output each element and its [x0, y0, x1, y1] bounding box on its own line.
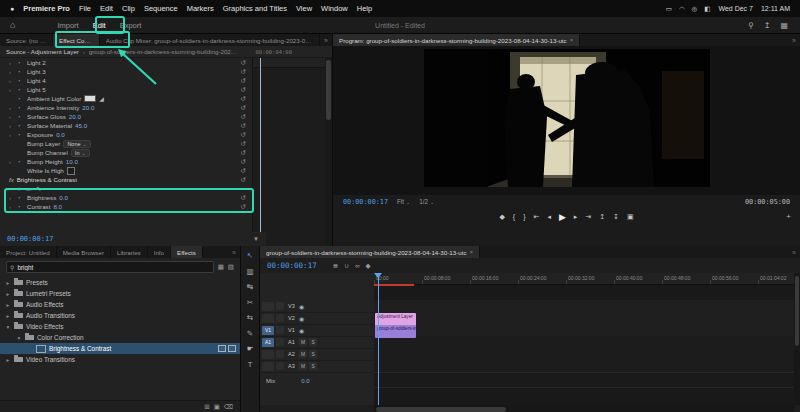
menu-file[interactable]: File — [79, 4, 91, 13]
param-value[interactable]: 20.0 — [69, 113, 81, 120]
track-lock-toggle[interactable] — [276, 338, 284, 346]
ec-row-light-5[interactable]: ›◔Light 5↺ — [0, 85, 252, 94]
eyedropper-icon[interactable]: ◢ — [99, 95, 104, 102]
ec-row-surface-material[interactable]: ›◔Surface Material45.0↺ — [0, 121, 252, 130]
tab-overflow-icon[interactable]: » — [788, 249, 800, 256]
tree-item-video-effects[interactable]: ▾Video Effects — [0, 321, 240, 332]
reset-parameter-icon[interactable]: ↺ — [241, 167, 246, 175]
accelerated-effects-filter-icon[interactable]: ▦ — [218, 263, 224, 271]
param-value[interactable]: 45.0 — [75, 122, 87, 129]
export-frame-icon[interactable]: ▣ — [627, 213, 634, 221]
param-value[interactable]: 10.0 — [66, 158, 78, 165]
stopwatch-icon[interactable]: ◔ — [17, 96, 24, 102]
source-patch-v2[interactable] — [262, 314, 274, 323]
new-preset-bin-icon[interactable]: ▣ — [214, 403, 220, 411]
mute-button[interactable]: M — [299, 362, 307, 370]
tab-info[interactable]: Info — [148, 246, 171, 258]
chevron-icon[interactable]: ▸ — [5, 280, 11, 286]
workspace-tab-import[interactable]: Import — [57, 21, 78, 30]
ec-row-surface-gloss[interactable]: ›◔Surface Gloss20.0↺ — [0, 112, 252, 121]
tab-group-of-soldiers-in-darkness-storming-b[interactable]: group-of-soldiers-in-darkness-storming-b… — [260, 246, 480, 258]
source-patch-a1[interactable]: A1 — [262, 338, 274, 347]
tree-item-lumetri-presets[interactable]: ▸Lumetri Presets — [0, 288, 240, 299]
track-lock-toggle[interactable] — [276, 326, 284, 334]
hand-tool[interactable]: ☛ — [247, 344, 254, 353]
razor-tool[interactable]: ✂ — [247, 298, 253, 307]
solo-button[interactable]: S — [309, 362, 317, 370]
lift-icon[interactable]: ↥ — [599, 213, 605, 221]
menu-edit[interactable]: Edit — [100, 4, 113, 13]
chevron-right-icon[interactable]: › — [9, 105, 14, 111]
param-value[interactable]: 20.0 — [82, 104, 94, 111]
ripple-edit-tool[interactable]: ↹ — [247, 282, 253, 291]
track-lock-toggle[interactable] — [276, 362, 284, 370]
param-value[interactable]: 8.0 — [53, 203, 62, 210]
track-lock-toggle[interactable] — [276, 314, 284, 322]
reset-parameter-icon[interactable]: ↺ — [241, 86, 246, 94]
chevron-icon[interactable]: ▸ — [5, 291, 11, 297]
tree-item-video-transitions[interactable]: ▸Video Transitions — [0, 354, 240, 365]
chevron-icon[interactable]: ▾ — [16, 335, 22, 341]
mark-out-icon[interactable]: } — [523, 213, 525, 220]
timeline-playhead[interactable] — [378, 273, 379, 405]
toggle-track-output-icon[interactable]: ◉ — [299, 315, 304, 322]
menu-help[interactable]: Help — [357, 4, 372, 13]
tab-program-group-of-soldiers-in-darkness-st[interactable]: Program: group-of-soldiers-in-darkness-s… — [333, 34, 580, 46]
reset-parameter-icon[interactable]: ↺ — [241, 194, 246, 202]
tree-item-audio-transitions[interactable]: ▸Audio Transitions — [0, 310, 240, 321]
reset-parameter-icon[interactable]: ↺ — [241, 77, 246, 85]
step-back-icon[interactable]: ◂ — [547, 213, 551, 221]
chevron-right-icon[interactable]: › — [9, 195, 14, 201]
stopwatch-icon[interactable]: ◔ — [17, 195, 24, 201]
ec-scrollbar[interactable] — [325, 58, 332, 246]
playback-resolution-dropdown[interactable]: 1/2 ⌄ — [419, 198, 434, 205]
32bit-color-filter-icon[interactable]: ▨ — [228, 263, 234, 271]
stopwatch-icon[interactable]: ◔ — [17, 204, 24, 210]
create-4point-polygon-mask-icon[interactable]: ▭ — [26, 185, 32, 192]
reset-parameter-icon[interactable]: ↺ — [241, 140, 246, 148]
chevron-right-icon[interactable]: › — [9, 87, 14, 93]
menu-view[interactable]: View — [296, 4, 312, 13]
tab-source-no-clips[interactable]: Source: (no clips) — [0, 34, 53, 46]
go-to-out-icon[interactable]: ⇥ — [585, 213, 591, 221]
toggle-track-output-icon[interactable]: ◉ — [299, 327, 304, 334]
stopwatch-icon[interactable]: ◔ — [17, 78, 24, 84]
chevron-icon[interactable]: ▸ — [5, 357, 11, 363]
tree-item-presets[interactable]: ▸Presets — [0, 277, 240, 288]
menu-graphics-and-titles[interactable]: Graphics and Titles — [223, 4, 287, 13]
ec-row-ambient-light-color[interactable]: ◔Ambient Light Color◢↺ — [0, 94, 252, 103]
ec-playhead[interactable] — [260, 58, 261, 246]
workspace-tab-edit[interactable]: Edit — [93, 21, 106, 30]
ec-row-masks[interactable]: ○▭✎ — [0, 184, 252, 193]
stopwatch-icon[interactable]: ◔ — [17, 69, 24, 75]
menu-clip[interactable]: Clip — [122, 4, 135, 13]
selection-tool[interactable]: ↖ — [247, 251, 253, 260]
mark-in-icon[interactable]: { — [513, 213, 515, 220]
play-icon[interactable]: ▶ — [559, 212, 566, 222]
close-icon[interactable]: × — [470, 249, 474, 255]
chevron-right-icon[interactable]: › — [9, 204, 14, 210]
mute-button[interactable]: M — [299, 350, 307, 358]
tab-effect-controls[interactable]: Effect Controls — [53, 34, 100, 46]
apple-menu-icon[interactable]: ● — [10, 5, 14, 12]
ec-row-exposure[interactable]: ›◔Exposure0.0↺ — [0, 130, 252, 139]
slip-tool[interactable]: ⇆ — [247, 313, 253, 322]
reset-parameter-icon[interactable]: ↺ — [241, 113, 246, 121]
chevron-right-icon[interactable]: › — [9, 78, 14, 84]
program-timecode[interactable]: 00:00:00:17 — [343, 198, 388, 206]
mix-track-header[interactable]: Mix0.0 — [260, 375, 375, 387]
effects-search-input[interactable] — [17, 264, 209, 271]
ec-row-bump-height[interactable]: ›◔Bump Height10.0↺ — [0, 157, 252, 166]
search-icon[interactable]: ⚲ — [748, 21, 754, 30]
workspace-tab-export[interactable]: Export — [120, 21, 142, 30]
chevron-icon[interactable]: ▸ — [5, 313, 11, 319]
add-marker-icon[interactable]: ◆ — [499, 213, 504, 221]
go-to-in-icon[interactable]: ⇤ — [534, 213, 540, 221]
timeline-vscroll-thumb[interactable] — [795, 276, 799, 346]
menu-markers[interactable]: Markers — [187, 4, 214, 13]
snap-icon[interactable]: ∪ — [344, 262, 349, 270]
ec-row-bump-channel[interactable]: Bump ChannelIn⌄↺ — [0, 148, 252, 157]
control-center-icon[interactable]: ◧ — [704, 5, 710, 13]
track-select-forward-tool[interactable]: ▥ — [246, 267, 253, 276]
stopwatch-icon[interactable]: ◔ — [17, 123, 24, 129]
